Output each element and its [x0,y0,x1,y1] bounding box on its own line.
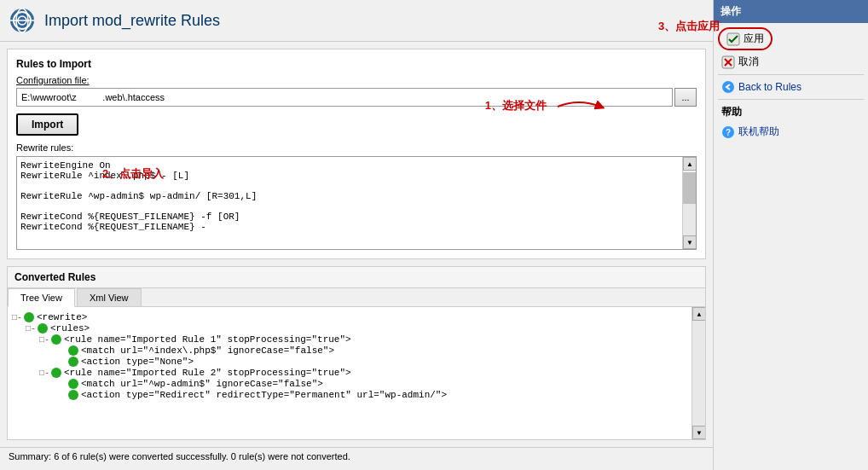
status-icon [68,379,78,389]
tree-item: <action type="None"> [12,357,701,367]
tab-tree-view[interactable]: Tree View [8,288,75,307]
converted-title: Converted Rules [8,267,705,288]
cancel-icon [721,55,735,69]
expand-icon[interactable]: □- [39,368,49,378]
tree-item: <match url="^wp-admin$" ignoreCase="fals… [12,379,701,389]
sidebar-section: 应用 3、点击应用 取消 [714,23,868,146]
cancel-label: 取消 [738,55,759,69]
tree-text: <match url="^wp-admin$" ignoreCase="fals… [81,379,323,389]
apply-label: 应用 [744,32,764,46]
status-icon [24,312,34,322]
expand-icon[interactable]: □- [26,324,36,334]
section-label: Rules to Import [16,58,697,70]
page-title: Import mod_rewrite Rules [44,12,220,30]
config-file-input[interactable] [16,88,673,107]
back-icon [721,80,735,94]
annotation-step3: 3、点击应用 [658,19,720,34]
config-file-label: Configuration file: [16,75,697,85]
tree-text: <rule name="Imported Rule 2" stopProcess… [64,368,351,378]
file-input-row: ... [16,88,697,107]
tree-scroll-down[interactable]: ▼ [692,426,705,439]
svg-text:?: ? [726,128,731,137]
tree-scrollbar[interactable]: ▲ ▼ [692,307,705,439]
tree-text: <rules> [50,323,90,334]
scroll-down-arrow[interactable]: ▼ [683,235,697,249]
sidebar-item-cancel[interactable]: 取消 [718,52,864,72]
status-icon [51,368,61,378]
tree-text: <action type="None"> [81,357,194,367]
scroll-up-arrow[interactable]: ▲ [683,157,697,171]
tree-text: <action type="Redirect" redirectType="Pe… [81,390,447,400]
status-icon [68,357,78,367]
sidebar: 操作 应用 3、点击应用 [713,0,868,470]
status-icon [68,390,78,400]
import-button[interactable]: Import [16,113,78,136]
tree-view-content: □- <rewrite> □- <rules> □- <rul [8,307,705,439]
sidebar-item-online-help[interactable]: ? 联机帮助 [718,122,864,142]
status-icon [38,323,48,334]
title-bar: Import mod_rewrite Rules [0,0,713,42]
status-icon [68,345,78,356]
tree-text: <rewrite> [37,312,87,322]
tree-scroll-up[interactable]: ▲ [692,307,705,321]
tree-item: □- <rules> [12,323,701,334]
main-form: Rules to Import Configuration file: ... … [7,49,706,259]
rules-scrollbar[interactable]: ▲ ▼ [682,157,696,249]
rewrite-rules-label: Rewrite rules: [16,142,697,153]
app-icon [9,7,36,34]
tab-xml-view[interactable]: Xml View [77,288,142,306]
help-icon: ? [721,125,735,139]
scroll-track [683,172,696,204]
status-icon [51,334,61,345]
tree-item: <match url="^index\.php$" ignoreCase="fa… [12,345,701,356]
sidebar-divider-2 [718,99,864,100]
back-to-rules-label: Back to Rules [738,81,801,93]
rewrite-rules-textarea[interactable]: RewriteEngine On RewriteRule ^index\.php… [17,157,682,249]
help-title: 帮助 [718,102,864,122]
sidebar-divider [718,74,864,75]
svg-point-9 [722,81,734,93]
summary-text: Summary: 6 of 6 rule(s) were converted s… [9,451,350,461]
converted-rules-section: Converted Rules Tree View Xml View □- <r… [7,266,706,440]
tab-bar: Tree View Xml View [8,288,705,307]
sidebar-header: 操作 [714,0,868,23]
apply-icon [726,32,740,46]
summary-bar: Summary: 6 of 6 rule(s) were converted s… [0,447,713,465]
tree-text: <rule name="Imported Rule 1" stopProcess… [64,334,351,345]
tree-item: □- <rule name="Imported Rule 1" stopProc… [12,334,701,345]
browse-button[interactable]: ... [674,88,697,107]
tree-item: □- <rewrite> [12,312,701,322]
sidebar-item-back-to-rules[interactable]: Back to Rules [718,78,864,96]
online-help-label: 联机帮助 [738,125,779,139]
tree-item: □- <rule name="Imported Rule 2" stopProc… [12,368,701,378]
tree-item: <action type="Redirect" redirectType="Pe… [12,390,701,400]
expand-icon[interactable]: □- [12,313,22,322]
sidebar-item-apply[interactable]: 应用 [718,27,773,50]
rewrite-rules-container: RewriteEngine On RewriteRule ^index\.php… [16,156,697,250]
expand-icon[interactable]: □- [39,335,49,345]
tree-text: <match url="^index\.php$" ignoreCase="fa… [81,345,334,356]
